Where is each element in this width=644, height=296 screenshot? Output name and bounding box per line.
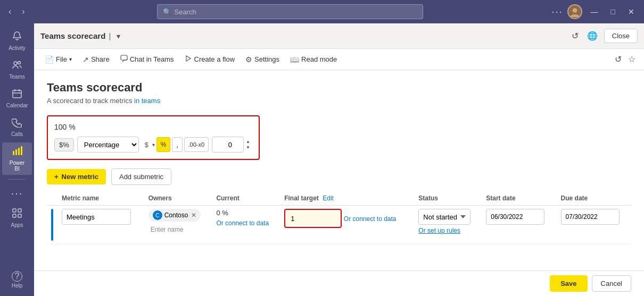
file-dropdown-icon: ▾ (69, 56, 72, 62)
search-bar[interactable]: 🔍 (157, 4, 423, 19)
comma-button[interactable]: ‚ (172, 137, 182, 152)
search-input[interactable] (175, 8, 417, 16)
sidebar-item-apps[interactable]: Apps (2, 205, 32, 231)
top-bar-actions: ↺ 🌐 Close (569, 29, 638, 43)
sidebar-item-calendar-label: Calendar (6, 103, 28, 108)
header-row: Metric name Owners Current Final target … (47, 191, 631, 206)
due-date-input[interactable] (561, 209, 620, 225)
sidebar: Activity Teams C (0, 23, 34, 296)
due-date-cell (557, 206, 631, 244)
chat-teams-button[interactable]: Chat in Teams (116, 53, 178, 66)
start-date-input[interactable] (486, 209, 544, 225)
powerbi-icon (12, 146, 22, 159)
sidebar-bottom: ? Help (2, 268, 32, 292)
owner-remove-button[interactable]: ✕ (191, 212, 196, 219)
title-dropdown-button[interactable]: ▾ (114, 30, 122, 43)
sidebar-item-teams-label: Teams (9, 74, 24, 80)
new-metric-button[interactable]: + New metric (47, 169, 106, 184)
sidebar-item-calendar[interactable]: Calendar (2, 85, 32, 112)
globe-button[interactable]: 🌐 (585, 29, 600, 43)
metric-name-input[interactable] (62, 209, 131, 225)
cancel-button[interactable]: Cancel (592, 275, 631, 292)
avatar[interactable] (567, 4, 582, 19)
title-bar: ‹ › 🔍 ··· — □ ✕ (0, 0, 644, 23)
window-close-button[interactable]: ✕ (624, 5, 639, 18)
decimal-places-input[interactable]: 0 (212, 137, 244, 153)
sidebar-item-apps-label: Apps (11, 222, 23, 228)
indicator-header (47, 191, 57, 206)
toolbar-star-button[interactable]: ☆ (626, 52, 638, 66)
owner-avatar: C (153, 210, 162, 220)
toolbar: 📄 File ▾ ↗ Share Chat in Teams (34, 49, 644, 70)
decrement-button[interactable]: ▼ (244, 145, 252, 150)
indicator-cell (47, 206, 57, 244)
sidebar-item-activity[interactable]: Activity (2, 28, 32, 54)
settings-label: Settings (254, 55, 279, 63)
minimize-button[interactable]: — (587, 5, 602, 18)
svg-rect-4 (13, 90, 21, 98)
final-target-label: Final target (284, 194, 319, 202)
calls-icon (12, 117, 22, 130)
file-button[interactable]: 📄 File ▾ (40, 53, 76, 66)
table-body: C Contoso ✕ Enter name 0 % Or co (47, 206, 631, 244)
sidebar-item-calls-label: Calls (11, 131, 23, 137)
start-date-header: Start date (482, 191, 556, 206)
currency-icon-toggle[interactable]: $% (54, 138, 74, 151)
read-mode-icon: 📖 (290, 55, 299, 64)
svg-rect-16 (121, 55, 127, 60)
svg-rect-10 (18, 148, 20, 155)
sidebar-item-more[interactable]: ··· (2, 184, 32, 202)
edit-link[interactable]: Edit (323, 194, 334, 202)
decimal-button[interactable]: .00-x0 (184, 137, 209, 152)
start-date-cell (482, 206, 556, 244)
sidebar-item-teams[interactable]: Teams (2, 56, 32, 83)
set-rules-link[interactable]: Or set up rules (418, 227, 477, 234)
svg-rect-12 (13, 209, 16, 212)
close-panel-button[interactable]: Close (604, 29, 638, 43)
owner-initial: C (155, 213, 159, 218)
refresh-button[interactable]: ↺ (569, 29, 581, 43)
enter-name-placeholder[interactable]: Enter name (148, 225, 208, 234)
settings-button[interactable]: ⚙ Settings (241, 53, 284, 66)
add-submetric-button[interactable]: Add submetric (111, 168, 171, 185)
scorecard-title: Teams scorecard (40, 31, 105, 40)
increment-button[interactable]: ▲ (244, 139, 252, 145)
sidebar-item-powerbi[interactable]: Power BI (2, 142, 32, 175)
owners-cell: C Contoso ✕ Enter name (144, 206, 212, 244)
forward-button[interactable]: › (19, 5, 28, 19)
current-cell: 0 % Or connect to data (212, 206, 280, 244)
create-flow-button[interactable]: Create a flow (180, 53, 240, 66)
search-icon: 🔍 (163, 8, 171, 16)
final-target-input[interactable] (286, 211, 340, 226)
status-select[interactable]: Not started On track At risk Behind Comp… (418, 209, 470, 225)
connect-final-link[interactable]: Or connect to data (344, 215, 397, 223)
share-button[interactable]: ↗ Share (78, 53, 114, 66)
svg-point-2 (14, 62, 17, 65)
maximize-button[interactable]: □ (607, 5, 620, 18)
more-options-button[interactable]: ··· (552, 6, 563, 18)
owner-name: Contoso (164, 212, 188, 219)
top-bar: Teams scorecard | ▾ ↺ 🌐 Close (34, 23, 644, 49)
owners-header: Owners (144, 191, 212, 206)
sidebar-item-help[interactable]: ? Help (2, 268, 32, 292)
read-mode-button[interactable]: 📖 Read mode (286, 53, 341, 66)
sidebar-item-calls[interactable]: Calls (2, 114, 32, 140)
svg-point-1 (572, 8, 577, 13)
in-teams-link[interactable]: in teams (134, 97, 160, 105)
owner-chip: C Contoso ✕ (148, 209, 201, 222)
svg-point-3 (18, 62, 21, 64)
save-button[interactable]: Save (550, 275, 587, 292)
svg-rect-13 (18, 209, 21, 212)
sidebar-item-powerbi-label: Power BI (6, 160, 28, 172)
connect-current-link[interactable]: Or connect to data (216, 219, 269, 227)
back-button[interactable]: ‹ (5, 5, 14, 19)
format-popup: 100 % $% Percentage Number Currency $ ▾ (47, 115, 260, 160)
bottom-actions: Save Cancel (34, 270, 644, 296)
status-header: Status (414, 191, 482, 206)
table-row: C Contoso ✕ Enter name 0 % Or co (47, 206, 631, 244)
percent-button[interactable]: % (156, 137, 171, 152)
format-select[interactable]: Percentage Number Currency (77, 137, 139, 153)
title-bar-right: ··· — □ ✕ (552, 4, 639, 19)
file-icon: 📄 (45, 55, 54, 64)
toolbar-refresh-button[interactable]: ↺ (613, 52, 624, 66)
